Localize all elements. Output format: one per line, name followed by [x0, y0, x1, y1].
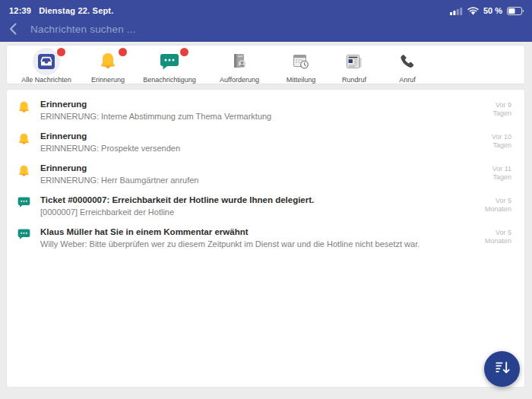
bell-icon	[99, 52, 117, 71]
message-title: Klaus Müller hat Sie in einem Kommentar …	[40, 226, 462, 238]
phone-icon	[399, 53, 416, 70]
sort-descending-button[interactable]	[484, 351, 520, 387]
tab-mitteilung[interactable]: Mitteilung	[274, 46, 328, 84]
tab-label: Alle Nachrichten	[21, 76, 71, 84]
cellular-signal-icon	[450, 7, 463, 15]
message-subtitle: ERINNERUNG: Herr Baumgärtner anrufen	[40, 175, 462, 185]
tab-label: Benachrichtigung	[143, 76, 196, 84]
message-timestamp: Vor 5 Monaten	[470, 195, 514, 214]
header: 12:39 Dienstag 22. Sept. 50 %	[0, 0, 532, 42]
message-row-ticket-delegiert[interactable]: Ticket #0000007: Erreichbarkeit der Hotl…	[7, 189, 524, 221]
inbox-icon	[37, 53, 55, 70]
wifi-icon	[467, 7, 479, 15]
newspaper-icon	[345, 53, 363, 70]
tab-label: Anruf	[399, 76, 416, 84]
message-row-erinnerung-1[interactable]: Erinnerung ERINNERUNG: Interne Abstimmun…	[7, 93, 524, 125]
message-timestamp: Vor 5 Monaten	[470, 226, 514, 245]
tab-benachrichtigung[interactable]: Benachrichtigung	[135, 46, 204, 84]
unread-badge	[119, 48, 127, 56]
message-subtitle: Willy Weber: Bitte überprüfen wer zu die…	[40, 239, 462, 249]
message-timestamp: Vor 9 Tagen	[470, 99, 514, 118]
tab-label: Rundruf	[342, 76, 366, 84]
tab-anruf[interactable]: Anruf	[381, 46, 434, 84]
tab-alle-nachrichten[interactable]: Alle Nachrichten	[11, 46, 81, 84]
message-row-erinnerung-3[interactable]: Erinnerung ERINNERUNG: Herr Baumgärtner …	[7, 157, 524, 189]
bell-icon	[17, 131, 40, 147]
message-list: Erinnerung ERINNERUNG: Interne Abstimmun…	[6, 89, 525, 388]
tab-label: Erinnerung	[91, 76, 125, 84]
unread-badge	[180, 48, 188, 56]
message-type-tab-bar: Alle Nachrichten Erinnerung	[6, 45, 525, 84]
status-date: Dienstag 22. Sept.	[39, 6, 113, 15]
nav-bar: Nachrichten suchen ...	[0, 18, 532, 40]
chat-icon	[160, 52, 179, 71]
search-input[interactable]: Nachrichten suchen ...	[30, 24, 136, 35]
message-timestamp: Vor 11 Tagen	[470, 163, 514, 182]
sort-descending-icon	[492, 358, 512, 381]
unread-badge	[57, 48, 65, 56]
calendar-clock-icon	[292, 52, 310, 71]
message-title: Erinnerung	[40, 163, 462, 174]
message-subtitle: ERINNERUNG: Prospekte versenden	[40, 143, 462, 154]
tab-rundruf[interactable]: Rundruf	[328, 46, 381, 84]
message-title: Erinnerung	[40, 99, 462, 110]
battery-icon	[507, 7, 524, 15]
chat-icon	[17, 226, 40, 240]
message-subtitle: [0000007] Erreichbarkeit der Hotline	[40, 207, 462, 217]
tab-label: Mitteilung	[287, 76, 316, 84]
back-button[interactable]	[9, 23, 18, 35]
battery-percent: 50 %	[483, 6, 502, 15]
message-timestamp: Vor 10 Tagen	[470, 131, 514, 150]
book-person-icon	[230, 52, 249, 71]
tab-erinnerung[interactable]: Erinnerung	[81, 46, 135, 84]
message-row-kommentar-erwaehnt[interactable]: Klaus Müller hat Sie in einem Kommentar …	[7, 221, 524, 253]
status-bar: 12:39 Dienstag 22. Sept. 50 %	[0, 0, 532, 18]
chat-icon	[17, 195, 40, 208]
tab-aufforderung[interactable]: Aufforderung	[204, 46, 274, 84]
tab-label: Aufforderung	[220, 76, 259, 84]
message-subtitle: ERINNERUNG: Interne Abstimmung zum Thema…	[40, 111, 462, 122]
message-title: Ticket #0000007: Erreichbarkeit der Hotl…	[40, 195, 462, 206]
bell-icon	[17, 163, 40, 179]
bell-icon	[17, 99, 40, 115]
status-time: 12:39	[9, 6, 31, 15]
message-title: Erinnerung	[40, 131, 462, 142]
message-row-erinnerung-2[interactable]: Erinnerung ERINNERUNG: Prospekte versend…	[7, 125, 524, 157]
